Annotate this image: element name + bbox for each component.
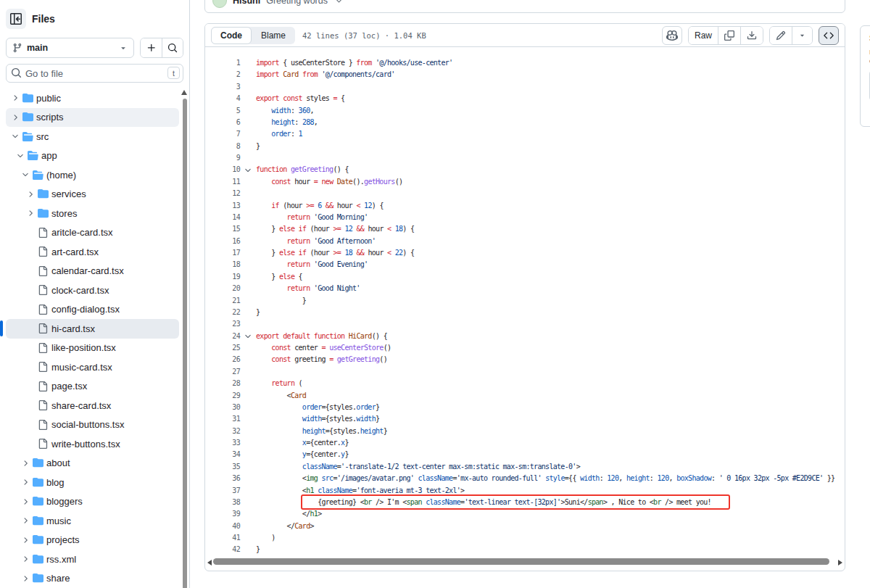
raw-button[interactable]: Raw [689,27,718,44]
tree-item-src[interactable]: src [6,127,179,146]
line-number[interactable]: 19 [205,271,240,283]
line-number[interactable]: 5 [205,105,240,117]
tree-item-blog[interactable]: blog [6,473,179,492]
tree-item-aritcle-card.tsx[interactable]: aritcle-card.tsx [6,223,179,243]
tree-item-rss.xml[interactable]: rss.xml [6,550,179,569]
line-number[interactable]: 38 [205,497,240,508]
symbols-toggle-button[interactable] [819,26,839,45]
tree-item-config-dialog.tsx[interactable]: config-dialog.tsx [6,300,179,320]
line-number[interactable]: 4 [205,93,240,104]
edit-file-button[interactable] [770,27,792,44]
chevron-down-icon [11,132,20,141]
line-number[interactable]: 27 [205,366,240,378]
line-number[interactable]: 37 [205,485,240,497]
branch-selector[interactable]: main [6,38,134,58]
line-number[interactable]: 40 [205,521,240,532]
line-number[interactable]: 34 [205,449,240,460]
code-line-text: order: 1 [256,128,302,140]
tree-item-page.tsx[interactable]: page.tsx [6,377,179,397]
line-number[interactable]: 2 [205,69,240,80]
tree-item-art-card.tsx[interactable]: art-card.tsx [6,242,179,262]
tree-item-music-card.tsx[interactable]: music-card.tsx [6,357,179,377]
line-number[interactable]: 13 [205,200,240,212]
download-button[interactable] [740,27,763,44]
line-number[interactable]: 11 [205,176,240,188]
line-number[interactable]: 22 [205,307,240,318]
tree-item-public[interactable]: public [6,88,179,108]
line-number[interactable]: 12 [205,188,240,199]
line-number[interactable]: 16 [205,236,240,247]
tree-item-services[interactable]: services [6,185,179,204]
tree-item-music[interactable]: music [6,511,179,531]
scroll-up-arrow[interactable] [181,90,187,95]
line-number[interactable]: 39 [205,508,240,520]
tree-item-like-position.tsx[interactable]: like-position.tsx [6,339,179,358]
tree-item-label: music [46,515,71,526]
add-file-button[interactable] [141,38,162,57]
line-number[interactable]: 23 [205,318,240,330]
sidebar-scrollbar-thumb[interactable] [183,99,187,588]
line-number[interactable]: 8 [205,141,240,152]
copilot-button[interactable] [662,26,682,45]
tree-item-app[interactable]: app [6,146,179,166]
fold-toggle[interactable] [240,331,256,342]
tree-item-about[interactable]: about [6,454,179,473]
line-number[interactable]: 35 [205,461,240,473]
line-number[interactable]: 18 [205,259,240,270]
line-number[interactable]: 21 [205,295,240,307]
tree-item-scripts[interactable]: scripts [6,108,179,128]
tree-item-share[interactable]: share [6,569,179,588]
tree-item-stores[interactable]: stores [6,204,179,223]
chevron-down-icon[interactable] [335,0,343,5]
tab-blame[interactable]: Blame [252,27,295,44]
line-number[interactable]: 15 [205,223,240,235]
tree-item-calendar-card.tsx[interactable]: calendar-card.tsx [6,262,179,281]
tree-item-clock-card.tsx[interactable]: clock-card.tsx [6,281,179,300]
tab-code[interactable]: Code [211,27,252,44]
commit-message[interactable]: Greeting words [266,0,328,6]
line-number[interactable]: 17 [205,247,240,259]
line-number[interactable]: 20 [205,283,240,294]
code-line: 28 return ( [205,378,845,389]
tree-item-hi-card.tsx[interactable]: hi-card.tsx [6,319,179,339]
line-number[interactable]: 31 [205,413,240,425]
scroll-left-arrow[interactable] [207,560,212,566]
go-to-file-input[interactable] [6,64,183,83]
scroll-right-arrow[interactable] [838,560,842,566]
line-number[interactable]: 36 [205,473,240,484]
horizontal-scrollbar-thumb[interactable] [213,558,829,565]
tree-item-share-card.tsx[interactable]: share-card.tsx [6,396,179,415]
code-line-text: <h1 className='font-averia mt-3 text-2xl… [256,485,464,497]
line-number[interactable]: 3 [205,81,240,93]
line-number[interactable]: 9 [205,152,240,164]
tree-item-social-buttons.tsx[interactable]: social-buttons.tsx [6,415,179,435]
fold-toggle[interactable] [240,164,256,175]
commit-author[interactable]: Hisuni [233,0,260,6]
line-number[interactable]: 41 [205,532,240,544]
line-number[interactable]: 30 [205,402,240,413]
tree-item-projects[interactable]: projects [6,531,179,550]
tree-item-home[interactable]: (home) [6,165,179,185]
line-number[interactable]: 10 [205,164,240,175]
line-number[interactable]: 1 [205,57,240,69]
copy-raw-button[interactable] [718,27,740,44]
line-number[interactable]: 42 [205,544,240,555]
line-number[interactable]: 26 [205,354,240,365]
line-number[interactable]: 29 [205,390,240,402]
edit-dropdown-button[interactable] [792,27,812,44]
tree-item-label: projects [46,534,80,545]
search-this-repo-button[interactable] [162,38,183,57]
collapse-file-tree-button[interactable] [6,9,26,29]
line-number[interactable]: 25 [205,342,240,354]
line-number[interactable]: 32 [205,426,240,437]
line-number[interactable]: 7 [205,128,240,140]
line-number[interactable]: 14 [205,212,240,223]
line-number[interactable]: 24 [205,331,240,342]
line-number[interactable]: 6 [205,117,240,128]
code-line: 40 </Card> [205,521,845,532]
tree-item-write-buttons.tsx[interactable]: write-buttons.tsx [6,434,179,454]
tree-item-bloggers[interactable]: bloggers [6,492,179,512]
line-number[interactable]: 28 [205,378,240,389]
file-icon [38,247,48,257]
line-number[interactable]: 33 [205,437,240,449]
